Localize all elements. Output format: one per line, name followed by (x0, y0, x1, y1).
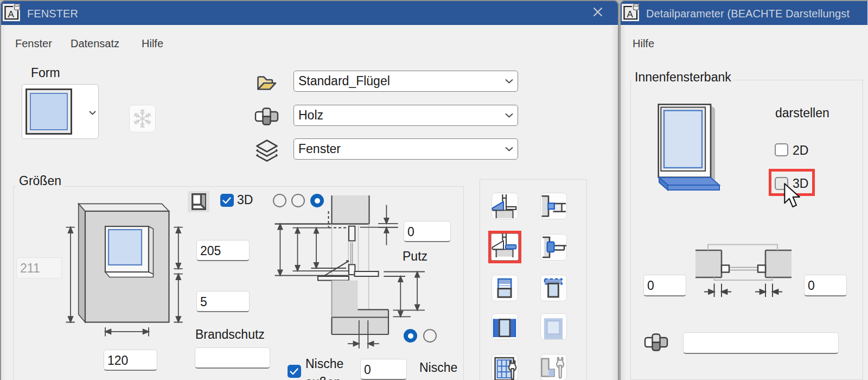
svg-text:A: A (627, 9, 634, 20)
svg-text:A: A (8, 9, 15, 20)
